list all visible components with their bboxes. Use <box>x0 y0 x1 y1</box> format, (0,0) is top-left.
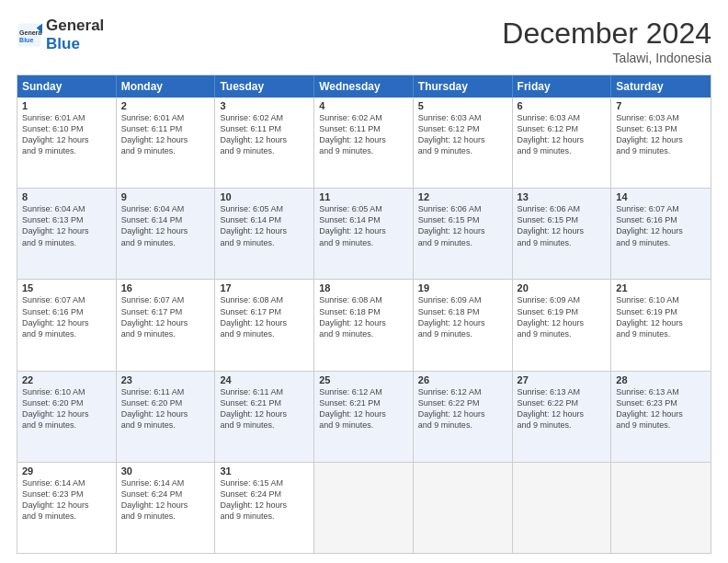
sunrise-line: Sunrise: 6:04 AM <box>22 203 111 214</box>
calendar-cell: 3Sunrise: 6:02 AMSunset: 6:11 PMDaylight… <box>215 98 314 188</box>
day-number: 4 <box>319 100 408 111</box>
calendar-cell: 2Sunrise: 6:01 AMSunset: 6:11 PMDaylight… <box>117 98 216 188</box>
daylight-line: Daylight: 12 hours <box>121 225 210 236</box>
calendar-cell <box>414 463 513 553</box>
daylight-line: Daylight: 12 hours <box>319 317 408 328</box>
sunrise-line: Sunrise: 6:05 AM <box>220 203 309 214</box>
sunset-line: Sunset: 6:10 PM <box>22 123 111 134</box>
sunrise-line: Sunrise: 6:03 AM <box>616 112 706 123</box>
sunrise-line: Sunrise: 6:03 AM <box>418 112 507 123</box>
sunrise-line: Sunrise: 6:04 AM <box>121 203 210 214</box>
calendar-cell: 17Sunrise: 6:08 AMSunset: 6:17 PMDayligh… <box>215 280 314 370</box>
day-number: 2 <box>121 100 210 111</box>
header-day-tuesday: Tuesday <box>215 75 314 98</box>
day-number: 26 <box>418 374 507 385</box>
daylight-continued-line: and 9 minutes. <box>518 419 607 431</box>
day-number: 10 <box>220 191 309 202</box>
calendar-cell: 1Sunrise: 6:01 AMSunset: 6:10 PMDaylight… <box>17 98 117 188</box>
sunrise-line: Sunrise: 6:02 AM <box>220 112 309 123</box>
sunset-line: Sunset: 6:24 PM <box>121 488 210 500</box>
daylight-line: Daylight: 12 hours <box>121 317 210 328</box>
header-day-sunday: Sunday <box>17 75 117 98</box>
sunset-line: Sunset: 6:21 PM <box>220 397 309 408</box>
calendar-cell: 12Sunrise: 6:06 AMSunset: 6:15 PMDayligh… <box>414 189 513 279</box>
daylight-continued-line: and 9 minutes. <box>22 511 111 522</box>
day-number: 7 <box>616 100 706 111</box>
daylight-line: Daylight: 12 hours <box>22 317 111 328</box>
calendar-cell: 4Sunrise: 6:02 AMSunset: 6:11 PMDaylight… <box>314 98 414 188</box>
day-number: 17 <box>220 282 309 293</box>
calendar-cell: 14Sunrise: 6:07 AMSunset: 6:16 PMDayligh… <box>611 189 711 279</box>
day-number: 19 <box>418 282 507 293</box>
daylight-continued-line: and 9 minutes. <box>418 328 507 339</box>
calendar-header: SundayMondayTuesdayWednesdayThursdayFrid… <box>17 75 711 98</box>
sunset-line: Sunset: 6:16 PM <box>22 306 111 317</box>
daylight-continued-line: and 9 minutes. <box>418 419 507 431</box>
sunset-line: Sunset: 6:23 PM <box>22 488 111 500</box>
day-number: 31 <box>220 465 309 477</box>
day-number: 8 <box>22 191 111 202</box>
calendar-cell: 25Sunrise: 6:12 AMSunset: 6:21 PMDayligh… <box>314 372 414 462</box>
sunrise-line: Sunrise: 6:03 AM <box>518 112 607 123</box>
sunrise-line: Sunrise: 6:02 AM <box>319 112 408 123</box>
sunset-line: Sunset: 6:20 PM <box>121 397 210 408</box>
daylight-line: Daylight: 12 hours <box>518 408 607 419</box>
page-header: General Blue General Blue December 2024 … <box>17 17 711 65</box>
day-number: 9 <box>121 191 210 202</box>
day-number: 22 <box>22 374 111 385</box>
sunset-line: Sunset: 6:14 PM <box>319 214 408 225</box>
day-number: 30 <box>121 465 210 477</box>
sunset-line: Sunset: 6:24 PM <box>220 488 309 500</box>
sunrise-line: Sunrise: 6:10 AM <box>22 386 111 397</box>
day-number: 27 <box>518 374 607 385</box>
sunset-line: Sunset: 6:12 PM <box>518 123 607 134</box>
sunset-line: Sunset: 6:19 PM <box>616 306 706 317</box>
title-block: December 2024 Talawi, Indonesia <box>502 17 711 65</box>
calendar-cell: 29Sunrise: 6:14 AMSunset: 6:23 PMDayligh… <box>17 463 117 553</box>
daylight-line: Daylight: 12 hours <box>220 134 309 145</box>
daylight-continued-line: and 9 minutes. <box>22 237 111 248</box>
day-number: 3 <box>220 100 309 111</box>
sunrise-line: Sunrise: 6:12 AM <box>319 386 408 397</box>
daylight-line: Daylight: 12 hours <box>319 408 408 419</box>
day-number: 14 <box>616 191 706 202</box>
daylight-continued-line: and 9 minutes. <box>616 237 706 248</box>
daylight-continued-line: and 9 minutes. <box>518 145 607 156</box>
daylight-continued-line: and 9 minutes. <box>616 328 706 339</box>
calendar-cell: 24Sunrise: 6:11 AMSunset: 6:21 PMDayligh… <box>215 372 314 462</box>
sunrise-line: Sunrise: 6:09 AM <box>418 294 507 305</box>
daylight-line: Daylight: 12 hours <box>418 408 507 419</box>
sunset-line: Sunset: 6:11 PM <box>319 123 408 134</box>
sunset-line: Sunset: 6:11 PM <box>220 123 309 134</box>
calendar-cell: 15Sunrise: 6:07 AMSunset: 6:16 PMDayligh… <box>17 280 117 370</box>
sunrise-line: Sunrise: 6:08 AM <box>220 294 309 305</box>
calendar-cell: 20Sunrise: 6:09 AMSunset: 6:19 PMDayligh… <box>513 280 612 370</box>
logo-icon: General Blue <box>17 22 42 48</box>
calendar-cell <box>314 463 414 553</box>
sunrise-line: Sunrise: 6:01 AM <box>22 112 111 123</box>
daylight-line: Daylight: 12 hours <box>22 408 111 419</box>
sunrise-line: Sunrise: 6:11 AM <box>220 386 309 397</box>
calendar-cell: 30Sunrise: 6:14 AMSunset: 6:24 PMDayligh… <box>117 463 216 553</box>
header-day-wednesday: Wednesday <box>314 75 414 98</box>
daylight-line: Daylight: 12 hours <box>22 500 111 511</box>
svg-text:General: General <box>19 29 42 36</box>
sunset-line: Sunset: 6:22 PM <box>418 397 507 408</box>
header-day-thursday: Thursday <box>414 75 513 98</box>
sunrise-line: Sunrise: 6:07 AM <box>616 203 706 214</box>
daylight-line: Daylight: 12 hours <box>220 408 309 419</box>
sunset-line: Sunset: 6:17 PM <box>220 306 309 317</box>
sunset-line: Sunset: 6:17 PM <box>121 306 210 317</box>
day-number: 15 <box>22 282 111 293</box>
calendar-cell <box>513 463 612 553</box>
daylight-continued-line: and 9 minutes. <box>121 419 210 431</box>
calendar-cell: 6Sunrise: 6:03 AMSunset: 6:12 PMDaylight… <box>513 98 612 188</box>
sunrise-line: Sunrise: 6:08 AM <box>319 294 408 305</box>
day-number: 23 <box>121 374 210 385</box>
daylight-line: Daylight: 12 hours <box>418 225 507 236</box>
calendar-cell: 26Sunrise: 6:12 AMSunset: 6:22 PMDayligh… <box>414 372 513 462</box>
calendar-row: 22Sunrise: 6:10 AMSunset: 6:20 PMDayligh… <box>17 371 711 462</box>
header-day-saturday: Saturday <box>611 75 711 98</box>
daylight-continued-line: and 9 minutes. <box>418 145 507 156</box>
daylight-continued-line: and 9 minutes. <box>319 419 408 431</box>
